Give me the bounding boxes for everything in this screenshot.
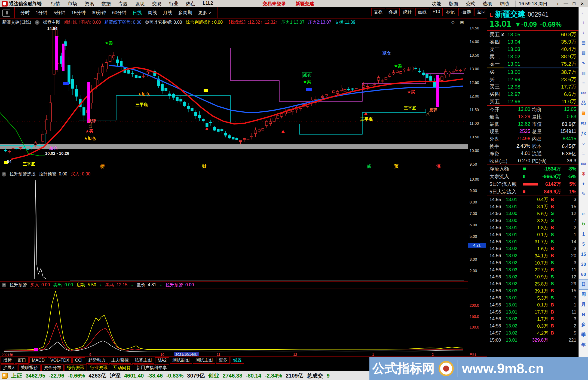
transaction-row[interactable]: 14:5613.010.1万S1 xyxy=(487,231,578,238)
period-tab-10[interactable]: 多周期 xyxy=(175,10,195,16)
period-15[interactable]: 15 xyxy=(579,249,588,259)
bottom-indicator-chart[interactable] xyxy=(0,288,468,353)
circle-icon[interactable]: ○ xyxy=(579,138,588,148)
indicator-tab-12[interactable]: 更多 xyxy=(216,357,230,364)
money-icon[interactable]: $ xyxy=(579,169,588,179)
extension-tab-4[interactable]: 综合资讯 xyxy=(65,364,87,371)
transaction-row[interactable]: 14:5513.010.4万B3 xyxy=(487,196,578,203)
tool-button-1[interactable]: 复权 xyxy=(371,8,385,16)
kline-icon[interactable]: ▥ xyxy=(579,68,588,78)
indicator-tab-11[interactable]: 测试主图 xyxy=(193,357,215,364)
period-tab-1[interactable]: 分时 xyxy=(17,10,33,16)
indicator-tab-1[interactable]: 指标 xyxy=(1,357,14,364)
buy-level-3[interactable]: 买三12.9817.7万 xyxy=(487,83,578,90)
mid-panel-title[interactable]: 拉升预警选股 xyxy=(10,171,36,177)
f12-icon[interactable]: F12 xyxy=(579,118,588,128)
period-week[interactable]: 周 xyxy=(579,290,588,300)
indicator-tab-13[interactable]: 设置 xyxy=(231,357,244,364)
menu-right-item-3[interactable]: 公式 xyxy=(462,1,479,7)
period-30[interactable]: 30 xyxy=(579,259,588,269)
menu-item-3[interactable]: 资讯 xyxy=(81,1,98,7)
transaction-row[interactable]: 14:5613.0117.7万B11 xyxy=(487,309,578,316)
transaction-row[interactable]: 14:5713.024.2万B5 xyxy=(487,330,578,337)
tool-button-8[interactable]: 返回 xyxy=(474,8,488,16)
period-tab-5[interactable]: 30分钟 xyxy=(89,10,109,16)
transaction-row[interactable]: 14:5613.0339.1万B15 xyxy=(487,287,578,294)
menu-item-2[interactable]: 市场 xyxy=(64,1,81,7)
indicator-tab-9[interactable]: MA2 xyxy=(155,357,169,363)
wave-icon[interactable]: ≈ xyxy=(579,148,588,159)
layout-icon[interactable] xyxy=(2,10,10,17)
transaction-row[interactable]: 15:0013.01329.8万221 xyxy=(487,337,578,344)
tool-button-5[interactable]: F10 xyxy=(430,8,443,16)
period-multi[interactable]: 多 xyxy=(579,320,588,330)
period-tab-9[interactable]: 月线 xyxy=(160,10,175,16)
info-doc-icon[interactable]: ≡ xyxy=(579,78,588,88)
indicator-tab-6[interactable]: 趋势动力 xyxy=(86,357,108,364)
up-arrow-icon[interactable]: ↑ xyxy=(579,17,588,28)
sell-level-4[interactable]: 卖四13.0435.9万 xyxy=(487,38,578,45)
extension-tab-5[interactable]: 行业资讯 xyxy=(88,364,110,371)
transaction-row[interactable]: 14:5613.005.6万S12 xyxy=(487,210,578,217)
period-tab-4[interactable]: 15分钟 xyxy=(68,10,89,16)
period-n[interactable]: N xyxy=(579,310,588,320)
menu-item-1[interactable]: 行情 xyxy=(47,1,64,7)
menu-right-item-4[interactable]: 选项 xyxy=(479,1,496,7)
menu-item-5[interactable]: 专题 xyxy=(115,1,131,7)
period-year[interactable]: 年 xyxy=(579,340,588,350)
menu-item-8[interactable]: 行业 xyxy=(165,1,182,7)
indicator-tab-5[interactable]: CCI xyxy=(72,357,85,363)
extension-tab-7[interactable]: 新用户福利专享 xyxy=(134,364,169,371)
minimize-button[interactable]: — xyxy=(562,1,570,7)
transaction-row[interactable]: 14:5613.021.6万B3 xyxy=(487,245,578,253)
menu-alert-2[interactable]: 新疆交建 xyxy=(291,1,319,7)
extension-tab-1[interactable]: 扩展∧ xyxy=(1,364,17,371)
transaction-row[interactable]: 14:5613.011.8万B2 xyxy=(487,224,578,231)
market-status-icon[interactable] xyxy=(2,373,8,379)
extension-tab-2[interactable]: 关联报价 xyxy=(18,364,41,371)
menu-item-7[interactable]: 交易 xyxy=(148,1,165,7)
period-tab-7[interactable]: 日线 xyxy=(130,10,145,16)
transaction-row[interactable]: 14:5613.013.1万B15 xyxy=(487,203,578,210)
back-button[interactable]: ‹ xyxy=(554,1,562,7)
rsi-icon[interactable]: RSI xyxy=(579,159,588,169)
tool-button-6[interactable]: 标记 xyxy=(444,8,457,16)
sell-level-2[interactable]: 卖二13.0238.9万 xyxy=(487,53,578,60)
close-button[interactable]: × xyxy=(578,1,586,7)
tool-button-4[interactable]: 画线 xyxy=(415,8,429,16)
tool-button-3[interactable]: 统计 xyxy=(401,8,414,16)
indicator-tab-4[interactable]: VOL-TDX xyxy=(48,357,72,363)
menu-right-item-2[interactable]: 版面 xyxy=(445,1,462,7)
period-tab-6[interactable]: 60分钟 xyxy=(109,10,130,16)
indicator-tab-3[interactable]: MACD xyxy=(29,357,47,363)
transaction-row[interactable]: 14:5613.0225.8万S29 xyxy=(487,281,578,288)
pencil-icon[interactable]: ✎ xyxy=(579,189,588,199)
move-icon[interactable]: + xyxy=(579,179,588,189)
chevron-down-icon[interactable]: ∨ xyxy=(2,172,6,177)
menu-alert-1[interactable]: 交易未登录 xyxy=(258,1,291,7)
sell-level-3[interactable]: 卖三13.0340.4万 xyxy=(487,45,578,53)
menu-right-item-1[interactable]: 功能 xyxy=(428,1,445,7)
report-icon[interactable]: ▤ xyxy=(579,38,588,48)
chevron-down-icon[interactable]: ∨ xyxy=(2,283,6,287)
trend-line-icon[interactable]: ∿ xyxy=(579,58,588,68)
buy-level-1[interactable]: 买一13.0038.7万 xyxy=(487,68,578,76)
period-1[interactable]: 1 xyxy=(579,229,588,239)
bottom-panel-title[interactable]: 拉升预警 xyxy=(10,282,27,288)
main-candlestick-chart[interactable] xyxy=(0,26,468,171)
sell-level-5[interactable]: 卖五 ¥13.0560.8万 xyxy=(487,31,578,38)
menu-item-4[interactable]: 数据 xyxy=(98,1,115,7)
transaction-row[interactable]: 14:5613.0210.7万S3 xyxy=(487,259,578,266)
menu-item-9[interactable]: 热点 xyxy=(182,1,199,7)
transaction-row[interactable]: 14:5613.003.3万S7 xyxy=(487,217,578,224)
buy-level-5[interactable]: 买五12.9611.0万 xyxy=(487,98,578,105)
period-day[interactable]: 日 xyxy=(579,279,588,290)
period-tab-2[interactable]: 1分钟 xyxy=(33,10,50,16)
period-tab-8[interactable]: 周线 xyxy=(145,10,160,16)
transaction-list[interactable]: 14:5513.010.4万B314:5613.013.1万B1514:5613… xyxy=(487,196,578,344)
refresh-icon[interactable]: ↻ xyxy=(579,219,588,229)
buy-level-4[interactable]: 买四12.976.6万 xyxy=(487,90,578,98)
transaction-row[interactable]: 14:5613.020.3万B2 xyxy=(487,323,578,330)
mid-indicator-chart[interactable] xyxy=(0,177,468,281)
transaction-row[interactable]: 14:5613.0210.9万S12 xyxy=(487,273,578,281)
